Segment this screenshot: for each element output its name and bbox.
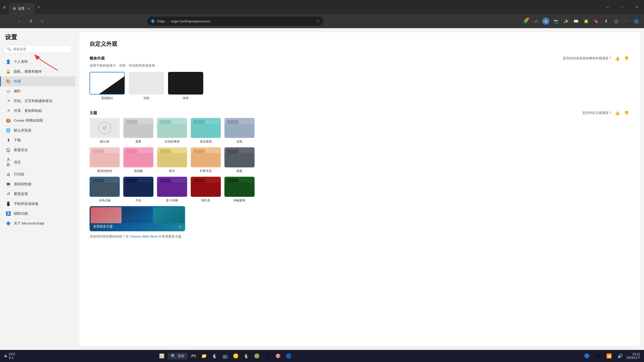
temperature: 13°C [9,352,15,356]
back-button[interactable]: ‹ [3,17,12,26]
theme-chili-red-label: 辣红色 [201,198,210,203]
new-tab-button[interactable]: + [35,3,43,11]
taskbar-app-3[interactable]: 🐧 [210,351,219,360]
sidebar-item-privacy[interactable]: 🔒 隐私、搜索和服务 [0,67,75,76]
minimize-button[interactable]: — [600,0,615,14]
theme-bubble-gum[interactable]: 泡泡糖 [123,147,153,173]
tab-settings[interactable]: ⚙ 设置 ✕ [9,3,35,14]
sidebar-item-share[interactable]: ↗ 共享、复制和粘贴 [0,106,75,116]
extensions-button[interactable]: 🧩 4 [521,17,530,26]
immersive-reader-button[interactable]: 📖 [572,17,581,26]
home-button[interactable]: ⌂ [38,17,47,26]
address-bar[interactable]: 🔷 Edge | edge://settings/appearance ☆ [147,17,323,26]
sidebar-item-profile[interactable]: 👤 个人资料 [0,57,75,67]
taskbar-app-6[interactable]: 🐧 [242,351,251,360]
sidebar-item-sidebar[interactable]: ▭ 侧栏 [0,86,75,96]
appearance-option-dark[interactable]: 深色 [168,72,203,100]
copilot-button[interactable]: ✨ [561,17,571,26]
sidebar-item-default-browser[interactable]: 🌐 默认浏览器 [0,125,75,135]
sidebar-item-cookies-label: Cookie 和网站权限 [14,118,43,123]
theme-soft-pink[interactable]: 柔和的粉色 [90,147,120,173]
sidebar-item-family[interactable]: 🏠 家庭安全 [0,145,75,155]
search-input[interactable] [13,47,69,51]
taskbar-app-9[interactable]: 🎯 [273,351,283,360]
sidebar-item-cookies[interactable]: 🍪 Cookie 和网站权限 [0,116,75,125]
sidebar-item-reset[interactable]: ↺ 重置设置 [0,189,75,199]
sidebar-item-appearance-label: 外观 [14,79,21,84]
maximize-button[interactable]: □ [615,0,629,14]
sidebar-item-downloads[interactable]: ⬇ 下载 [0,135,75,145]
taskbar-chevron[interactable]: ^ [571,351,580,360]
taskbar-app-1[interactable]: 🎮 [189,351,198,360]
downloads-toolbar-button[interactable]: ⬇ [602,17,611,26]
sidebar-item-system[interactable]: 💻 系统和性能 [0,179,75,189]
language-icon: Aあ [6,157,11,167]
edge-sidebar-button[interactable]: 🌀 [632,17,641,26]
theme-chili-red[interactable]: 辣红色 [191,177,221,203]
theme-juicy-plum[interactable]: 多汁的梅 [157,177,187,203]
taskbar-app-2[interactable]: 📁 [199,351,209,360]
sidebar-item-printer[interactable]: 🖨 打印机 [0,170,75,179]
chrome-web-store-link[interactable]: Chrome Web Store [130,235,158,238]
theme-default[interactable]: ⊘ 默认值 [90,118,120,144]
theme-cool-breeze[interactable]: 凉风 [224,118,255,144]
taskbar-bluetooth[interactable]: 🔵 [582,351,591,360]
theme-rainy-night[interactable]: 雨夜 [224,147,255,173]
theme-island-getaway[interactable]: 海岛度假 [191,118,221,144]
theme-juicy-plum-swatch [157,177,187,197]
taskbar-center: 🪟 🔍 搜索 🎮 📁 🐧 📺 🟡 🐧 🟢 T 🎯 🌀 [157,351,293,360]
thumbs-up-overall[interactable]: 👍 [614,55,621,62]
close-button[interactable]: ✕ [629,0,644,14]
taskbar-windows-button[interactable]: 🪟 [157,351,166,360]
discover-more-button[interactable]: 发现更多主题 ↗ [90,206,185,231]
collections-button[interactable]: 🔖 [592,17,601,26]
theme-morning-mist[interactable]: 晨雾 [123,118,153,144]
lock-icon: 🔒 [6,69,11,74]
favorites-button[interactable]: ⭐ [582,17,591,26]
tab-inactive-grid[interactable]: ⊞ [0,0,9,14]
more-button[interactable]: ··· [622,17,631,26]
taskbar-sound[interactable]: 🔊 [616,351,625,360]
ublock-button[interactable]: uD [531,17,540,26]
theme-icy-mint[interactable]: 冰冻的薄荷 [157,118,187,144]
printer-icon: 🖨 [6,172,11,177]
titlebar: ⊞ ⚙ 设置 ✕ + — □ ✕ [0,0,644,14]
taskbar-settings-tray[interactable]: ⚙ [593,351,602,360]
thumbs-down-theme[interactable]: 👎 [623,109,630,116]
thumbs-up-theme[interactable]: 👍 [614,109,621,116]
sidebar-item-about[interactable]: 🔷 关于 Microsoft Edge [0,218,75,228]
edge-label: Edge [157,19,165,23]
favorite-icon[interactable]: ☆ [316,19,320,23]
theme-moonlight[interactable]: 月光 [123,177,153,203]
taskbar-app-7[interactable]: 🟢 [252,351,261,360]
thumbs-down-overall[interactable]: 👎 [623,55,630,62]
taskbar-edge-taskbar[interactable]: 🌀 [284,351,293,360]
weather-widget[interactable]: 🌤 13°C 多云 [4,352,15,360]
taskbar-app-5[interactable]: 🟡 [231,351,240,360]
taskbar-clock[interactable]: 23:12 2023/11/7 [627,352,640,359]
taskbar-app-8[interactable]: T [263,351,272,360]
tab-close-button[interactable]: ✕ [27,7,31,11]
sidebar-search-box[interactable]: 🔍 [4,45,71,53]
refresh-button[interactable]: ↺ [26,17,35,26]
sidebar-item-start[interactable]: ↗ 开始、主页和新建标签页 [0,96,75,106]
user-profile-button[interactable]: A [541,17,550,26]
sidebar-item-mobile[interactable]: 📱 手机和其他设备 [0,199,75,209]
sidebar-item-accessibility[interactable]: ♿ 辅助功能 [0,209,75,218]
sidebar-item-appearance[interactable]: 🎨 外观 [0,76,75,86]
appearance-option-light[interactable]: 浅色 [129,72,164,100]
taskbar-search[interactable]: 🔍 搜索 [168,353,187,359]
theme-cool-slate[interactable]: 冷色石板 [90,177,120,203]
taskbar-network[interactable]: 📶 [605,351,614,360]
appearance-option-system-default[interactable]: 系统默认 [90,72,125,100]
theme-sunny-day[interactable]: 晴天 [157,147,187,173]
capture-button[interactable]: 📷 [551,17,560,26]
cookies-icon: 🍪 [6,118,11,123]
sidebar-item-language[interactable]: Aあ 语言 [0,155,75,170]
forward-button[interactable]: › [15,17,24,26]
sidebar-toggle-button[interactable]: ◫ [612,17,621,26]
sidebar-item-language-label: 语言 [14,160,21,165]
taskbar-app-4[interactable]: 📺 [221,351,230,360]
theme-mango-paradise[interactable]: 芒果天堂 [191,147,221,173]
theme-mysterious-forest[interactable]: 神秘森林 [224,177,255,203]
